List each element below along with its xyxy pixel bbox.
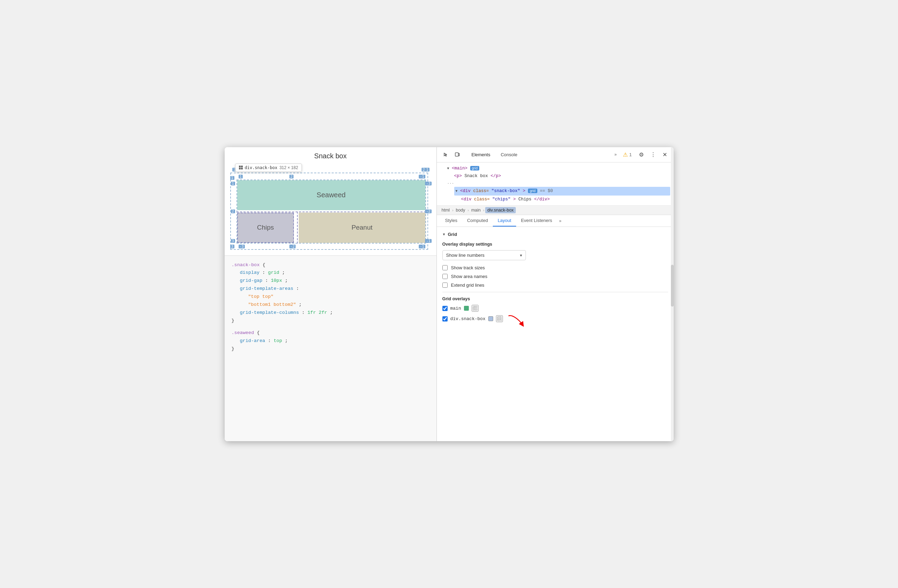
overlay-row-snackbox: div.snack-box [442,315,668,322]
section-divider [442,292,668,292]
red-arrow-annotation [505,312,526,331]
code-line-grid-area: grid-area : top ; [232,337,429,345]
inner-row-neg3: -3 [425,182,431,185]
grid-overlays-section: Grid overlays main [442,296,668,322]
devtools-scrollbar[interactable] [671,147,674,441]
devtools-topbar: Elements Console » ⚠ 1 ⚙ ⋮ ✕ [437,147,674,163]
settings-button[interactable]: ⚙ [636,149,647,160]
inner-row-neg2: -2 [425,209,431,213]
inner-col-neg1: -1 [419,175,425,179]
overlay-main-name: main [451,306,461,311]
svg-rect-0 [455,153,458,156]
triangle-icon: ▼ [442,232,446,236]
dom-tree: ▼ <main> grid <p> Snack box </p> ··· ▼ <… [437,163,674,206]
inner-col-2: 2 [289,175,294,179]
warning-badge: ⚠ 1 [620,151,634,158]
tooltip-element-size: 312 × 182 [279,165,298,170]
bc-body[interactable]: body [454,207,466,213]
tab-computed[interactable]: Computed [462,215,493,226]
dropdown-arrow-icon: ▾ [520,253,522,258]
main-content: Snack box div.snack-box 312 × 182 [224,147,674,441]
grid-section-header: ▼ Grid [442,232,668,237]
cell-peanut: Peanut [299,212,425,243]
sub-tab-more[interactable]: » [557,216,564,226]
more-options-button[interactable]: ⋮ [648,149,658,160]
area-names-checkbox[interactable] [442,274,447,279]
inner-v-line [297,212,298,243]
cell-seaweed: Seaweed [237,180,425,210]
code-line-gap: grid-gap : 10px ; [232,277,429,285]
extend-lines-row: Extend grid lines [442,283,668,288]
overlay-snackbox-color-swatch[interactable] [488,316,493,321]
code-close-1: } [232,317,429,325]
left-panel: Snack box div.snack-box 312 × 182 [224,147,437,441]
overlay-settings-label: Overlay display settings [442,242,668,247]
breadcrumb: html › body › main › div.snack-box [437,206,674,215]
track-sizes-label: Show track sizes [451,265,485,270]
dom-snackbox-line: ▼ <div class= "snack-box" > grid == $0 [440,187,670,195]
inner-row-neg1: -1 [425,239,431,243]
overlay-main-color-swatch[interactable] [464,306,469,311]
code-blank [232,325,429,329]
warning-icon: ⚠ [623,151,628,158]
overlay-row-main: main [442,305,668,312]
overlay-main-checkbox[interactable] [442,306,447,311]
code-line-seaweed: .seaweed { [232,329,429,337]
cell-chips: Chips [237,212,294,243]
bc-html[interactable]: html [440,207,451,213]
bc-snack-box[interactable]: div.snack-box [485,207,516,213]
tab-layout[interactable]: Layout [493,215,516,226]
row-num-3: 3 [230,245,234,248]
svg-rect-7 [497,317,501,321]
device-toggle-button[interactable] [452,149,463,160]
extend-lines-label: Extend grid lines [451,283,484,288]
overlay-snackbox-name: div.snack-box [451,316,486,322]
code-panel: .snack-box { display : grid ; grid-gap :… [224,256,437,441]
col-num-pos2: 2 [421,168,426,171]
row-num-1: 1 [230,176,234,180]
code-line-template-areas: grid-template-areas : [232,285,429,293]
page-title: Snack box [224,147,437,163]
inner-row-1: 1 [231,182,235,185]
devtools-main-tabs: Elements Console [467,150,522,159]
tab-elements[interactable]: Elements [467,150,495,159]
tab-styles[interactable]: Styles [440,215,462,226]
devtools-panel: Elements Console » ⚠ 1 ⚙ ⋮ ✕ ▼ <main> gr… [437,147,674,441]
inner-col-neg2: -2 [289,245,296,248]
line-numbers-dropdown[interactable]: Show line numbers ▾ [442,250,526,260]
overlay-main-grid-icon[interactable] [472,305,478,312]
overlay-snackbox-checkbox[interactable] [442,316,447,322]
track-sizes-checkbox[interactable] [442,265,447,270]
element-tooltip: div.snack-box 312 × 182 [235,163,302,172]
bc-main[interactable]: main [470,207,482,213]
dom-p-line: <p> Snack box </p> [440,172,670,180]
code-line-top: "top top" [232,293,429,301]
area-names-label: Show area names [451,274,487,279]
code-close-2: } [232,345,429,353]
grid-icon [239,166,243,169]
dropdown-value: Show line numbers [446,252,485,258]
grid-section-title: Grid [447,232,457,237]
more-tabs-chevron[interactable]: » [612,151,619,158]
inner-col-neg3: -3 [238,245,245,248]
dom-main-line: ▼ <main> grid [440,165,670,172]
extend-lines-checkbox[interactable] [442,283,447,288]
tooltip-element-name: div.snack-box [245,165,278,170]
inner-h-line [237,212,426,212]
track-sizes-row: Show track sizes [442,265,668,270]
layout-panel: ▼ Grid Overlay display settings Show lin… [437,227,674,441]
code-line-display: display : grid ; [232,269,429,277]
inner-row-3: 3 [231,239,235,243]
sub-tabs: Styles Computed Layout Event Listeners » [437,215,674,227]
overlay-snackbox-grid-icon[interactable] [496,315,503,322]
code-selector-snack: .snack-box [232,262,260,268]
grid-visual-area: div.snack-box 312 × 182 1 -1 2 1 3 [230,163,431,250]
tab-event-listeners[interactable]: Event Listeners [516,215,557,226]
inner-col-neg1b: -1 [419,245,425,248]
inspect-button[interactable] [440,149,451,160]
svg-rect-2 [473,306,477,310]
dom-chips-line: <div class= "chips" > Chips </div> [440,195,670,203]
scrollbar-thumb[interactable] [671,265,674,306]
close-button[interactable]: ✕ [660,149,670,160]
tab-console[interactable]: Console [496,150,522,159]
